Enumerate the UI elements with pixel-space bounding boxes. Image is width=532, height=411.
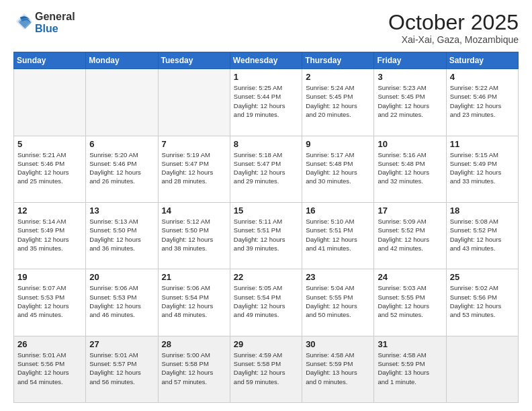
day-number: 30 <box>306 339 370 349</box>
calendar-cell: 27Sunrise: 5:01 AM Sunset: 5:57 PM Dayli… <box>86 336 158 402</box>
calendar-cell: 26Sunrise: 5:01 AM Sunset: 5:56 PM Dayli… <box>14 336 86 402</box>
day-info: Sunrise: 5:15 AM Sunset: 5:49 PM Dayligh… <box>450 150 515 186</box>
day-number: 17 <box>378 205 442 216</box>
weekday-header-tuesday: Tuesday <box>158 52 230 69</box>
day-number: 20 <box>89 272 154 282</box>
day-info: Sunrise: 5:25 AM Sunset: 5:44 PM Dayligh… <box>234 83 298 119</box>
calendar-cell <box>86 69 158 136</box>
day-info: Sunrise: 5:06 AM Sunset: 5:53 PM Dayligh… <box>89 283 154 319</box>
day-info: Sunrise: 5:22 AM Sunset: 5:46 PM Dayligh… <box>450 83 515 119</box>
day-info: Sunrise: 5:01 AM Sunset: 5:57 PM Dayligh… <box>89 351 154 386</box>
title-block: October 2025 Xai-Xai, Gaza, Mozambique <box>388 11 519 45</box>
calendar-cell: 15Sunrise: 5:11 AM Sunset: 5:51 PM Dayli… <box>230 202 302 269</box>
calendar-page: General Blue October 2025 Xai-Xai, Gaza,… <box>0 0 532 411</box>
calendar-cell <box>158 69 230 136</box>
day-info: Sunrise: 5:18 AM Sunset: 5:47 PM Dayligh… <box>234 150 298 186</box>
day-number: 28 <box>162 339 226 349</box>
day-number: 6 <box>89 139 154 149</box>
day-number: 31 <box>378 339 442 349</box>
day-info: Sunrise: 5:16 AM Sunset: 5:48 PM Dayligh… <box>378 150 442 186</box>
calendar-cell: 24Sunrise: 5:03 AM Sunset: 5:55 PM Dayli… <box>374 269 446 336</box>
day-number: 9 <box>306 139 370 149</box>
calendar-cell: 31Sunrise: 4:58 AM Sunset: 5:59 PM Dayli… <box>374 336 446 402</box>
day-info: Sunrise: 5:01 AM Sunset: 5:56 PM Dayligh… <box>17 351 82 386</box>
weekday-header-thursday: Thursday <box>302 52 374 69</box>
calendar-cell: 8Sunrise: 5:18 AM Sunset: 5:47 PM Daylig… <box>230 136 302 202</box>
day-info: Sunrise: 5:12 AM Sunset: 5:50 PM Dayligh… <box>162 217 226 253</box>
day-number: 19 <box>17 272 82 282</box>
day-number: 21 <box>162 272 226 282</box>
day-number: 7 <box>162 139 226 149</box>
weekday-header-friday: Friday <box>374 52 446 69</box>
day-info: Sunrise: 5:20 AM Sunset: 5:46 PM Dayligh… <box>89 150 154 186</box>
calendar-week-1: 1Sunrise: 5:25 AM Sunset: 5:44 PM Daylig… <box>14 69 519 136</box>
calendar-cell: 9Sunrise: 5:17 AM Sunset: 5:48 PM Daylig… <box>302 136 374 202</box>
day-number: 23 <box>306 272 370 282</box>
day-info: Sunrise: 5:06 AM Sunset: 5:54 PM Dayligh… <box>162 283 226 319</box>
day-info: Sunrise: 5:09 AM Sunset: 5:52 PM Dayligh… <box>378 217 442 253</box>
calendar-cell: 17Sunrise: 5:09 AM Sunset: 5:52 PM Dayli… <box>374 202 446 269</box>
day-info: Sunrise: 5:02 AM Sunset: 5:56 PM Dayligh… <box>450 283 515 319</box>
day-info: Sunrise: 5:17 AM Sunset: 5:48 PM Dayligh… <box>306 150 370 186</box>
day-info: Sunrise: 5:11 AM Sunset: 5:51 PM Dayligh… <box>234 217 298 253</box>
calendar-cell: 22Sunrise: 5:05 AM Sunset: 5:54 PM Dayli… <box>230 269 302 336</box>
calendar-week-5: 26Sunrise: 5:01 AM Sunset: 5:56 PM Dayli… <box>14 336 519 402</box>
day-info: Sunrise: 5:19 AM Sunset: 5:47 PM Dayligh… <box>162 150 226 186</box>
day-number: 22 <box>234 272 298 282</box>
day-info: Sunrise: 4:59 AM Sunset: 5:58 PM Dayligh… <box>234 351 298 386</box>
calendar-cell: 29Sunrise: 4:59 AM Sunset: 5:58 PM Dayli… <box>230 336 302 402</box>
day-info: Sunrise: 4:58 AM Sunset: 5:59 PM Dayligh… <box>306 351 370 386</box>
day-number: 25 <box>450 272 515 282</box>
day-info: Sunrise: 4:58 AM Sunset: 5:59 PM Dayligh… <box>378 351 442 386</box>
day-number: 12 <box>17 205 82 216</box>
day-info: Sunrise: 5:08 AM Sunset: 5:52 PM Dayligh… <box>450 217 515 253</box>
logo-icon <box>15 12 34 31</box>
day-number: 15 <box>234 205 298 216</box>
logo-blue: Blue <box>35 23 58 34</box>
day-number: 10 <box>378 139 442 149</box>
day-info: Sunrise: 5:14 AM Sunset: 5:49 PM Dayligh… <box>17 217 82 253</box>
calendar-cell: 11Sunrise: 5:15 AM Sunset: 5:49 PM Dayli… <box>446 136 518 202</box>
day-info: Sunrise: 5:00 AM Sunset: 5:58 PM Dayligh… <box>162 351 226 386</box>
day-number: 14 <box>162 205 226 216</box>
day-info: Sunrise: 5:07 AM Sunset: 5:53 PM Dayligh… <box>17 283 82 319</box>
day-number: 18 <box>450 205 515 216</box>
calendar-week-3: 12Sunrise: 5:14 AM Sunset: 5:49 PM Dayli… <box>14 202 519 269</box>
weekday-header-sunday: Sunday <box>14 52 86 69</box>
month-title: October 2025 <box>388 11 519 34</box>
calendar-cell: 16Sunrise: 5:10 AM Sunset: 5:51 PM Dayli… <box>302 202 374 269</box>
calendar-cell <box>14 69 86 136</box>
calendar-cell: 10Sunrise: 5:16 AM Sunset: 5:48 PM Dayli… <box>374 136 446 202</box>
location-subtitle: Xai-Xai, Gaza, Mozambique <box>388 34 519 45</box>
day-number: 2 <box>306 72 370 82</box>
day-number: 11 <box>450 139 515 149</box>
day-number: 16 <box>306 205 370 216</box>
day-number: 8 <box>234 139 298 149</box>
day-info: Sunrise: 5:23 AM Sunset: 5:45 PM Dayligh… <box>378 83 442 119</box>
calendar-cell: 23Sunrise: 5:04 AM Sunset: 5:55 PM Dayli… <box>302 269 374 336</box>
calendar-cell: 1Sunrise: 5:25 AM Sunset: 5:44 PM Daylig… <box>230 69 302 136</box>
calendar-week-4: 19Sunrise: 5:07 AM Sunset: 5:53 PM Dayli… <box>14 269 519 336</box>
calendar-cell: 25Sunrise: 5:02 AM Sunset: 5:56 PM Dayli… <box>446 269 518 336</box>
calendar-cell: 13Sunrise: 5:13 AM Sunset: 5:50 PM Dayli… <box>86 202 158 269</box>
day-info: Sunrise: 5:24 AM Sunset: 5:45 PM Dayligh… <box>306 83 370 119</box>
calendar-cell: 18Sunrise: 5:08 AM Sunset: 5:52 PM Dayli… <box>446 202 518 269</box>
calendar-cell: 28Sunrise: 5:00 AM Sunset: 5:58 PM Dayli… <box>158 336 230 402</box>
day-number: 13 <box>89 205 154 216</box>
calendar-cell: 6Sunrise: 5:20 AM Sunset: 5:46 PM Daylig… <box>86 136 158 202</box>
day-number: 24 <box>378 272 442 282</box>
day-info: Sunrise: 5:21 AM Sunset: 5:46 PM Dayligh… <box>17 150 82 186</box>
day-info: Sunrise: 5:04 AM Sunset: 5:55 PM Dayligh… <box>306 283 370 319</box>
calendar-cell: 5Sunrise: 5:21 AM Sunset: 5:46 PM Daylig… <box>14 136 86 202</box>
day-number: 29 <box>234 339 298 349</box>
weekday-header-row: SundayMondayTuesdayWednesdayThursdayFrid… <box>14 52 519 69</box>
weekday-header-monday: Monday <box>86 52 158 69</box>
logo: General Blue <box>13 11 75 35</box>
day-number: 1 <box>234 72 298 82</box>
day-number: 5 <box>17 139 82 149</box>
calendar-cell: 3Sunrise: 5:23 AM Sunset: 5:45 PM Daylig… <box>374 69 446 136</box>
calendar-cell: 21Sunrise: 5:06 AM Sunset: 5:54 PM Dayli… <box>158 269 230 336</box>
day-info: Sunrise: 5:13 AM Sunset: 5:50 PM Dayligh… <box>89 217 154 253</box>
calendar-cell <box>446 336 518 402</box>
calendar-cell: 19Sunrise: 5:07 AM Sunset: 5:53 PM Dayli… <box>14 269 86 336</box>
